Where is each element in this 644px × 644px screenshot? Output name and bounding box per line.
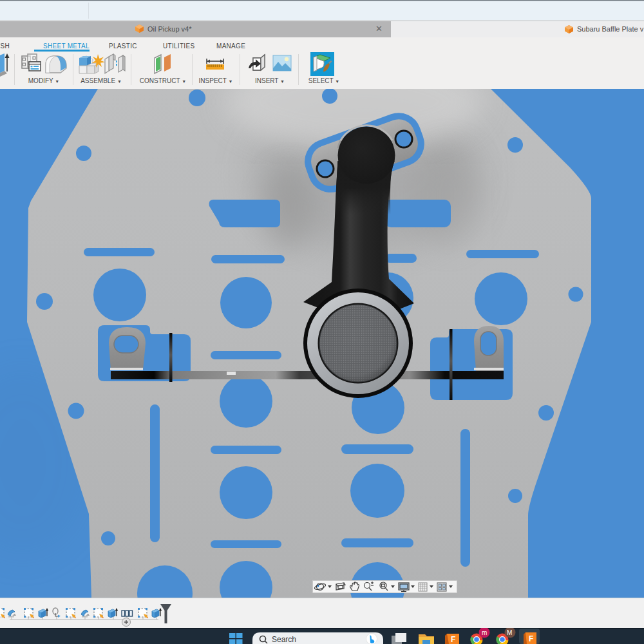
svg-text:M: M bbox=[507, 629, 512, 636]
svg-text:Search: Search bbox=[272, 635, 296, 644]
svg-text:F: F bbox=[451, 635, 455, 644]
svg-text:m: m bbox=[482, 629, 487, 636]
svg-text:F: F bbox=[529, 634, 533, 643]
